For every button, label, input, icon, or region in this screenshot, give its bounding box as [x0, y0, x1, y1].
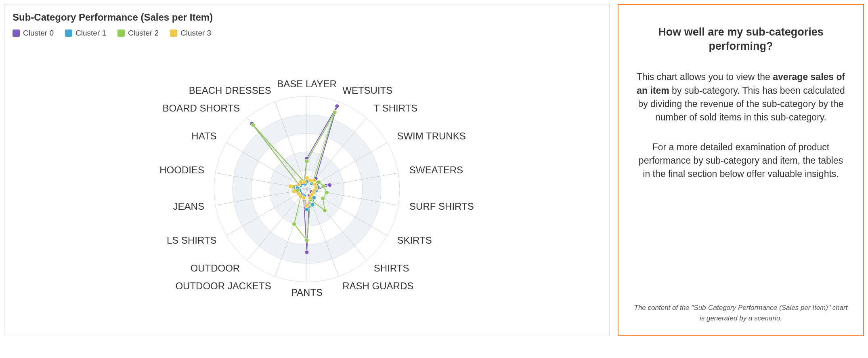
axis-label: HATS — [191, 131, 216, 141]
axis-label: SWEATERS — [409, 164, 463, 175]
legend-label: Cluster 1 — [75, 29, 106, 38]
legend-swatch — [13, 29, 20, 37]
axis-label: PANTS — [291, 287, 323, 298]
legend-label: Cluster 2 — [128, 29, 159, 38]
info-panel: How well are my sub-categories performin… — [618, 4, 864, 336]
axis-label: SKIRTS — [397, 235, 432, 246]
data-point[interactable] — [312, 179, 316, 183]
data-point[interactable] — [292, 190, 296, 194]
data-point[interactable] — [305, 250, 309, 254]
data-point[interactable] — [305, 159, 309, 163]
legend-swatch — [65, 29, 72, 37]
axis-label: RASH GUARDS — [342, 280, 413, 291]
data-point[interactable] — [328, 183, 332, 187]
axis-label: SWIM TRUNKS — [397, 131, 465, 141]
data-point[interactable] — [325, 191, 329, 195]
data-point[interactable] — [321, 184, 325, 188]
axis-label: JEANS — [173, 201, 204, 212]
axis-label: BOARD SHORTS — [163, 103, 240, 114]
legend-item-2[interactable]: Cluster 2 — [117, 29, 159, 38]
axis-label: T SHIRTS — [374, 103, 417, 114]
data-point[interactable] — [251, 123, 255, 127]
data-point[interactable] — [333, 110, 337, 114]
legend-label: Cluster 0 — [23, 29, 54, 38]
info-paragraph-1: This chart allows you to view the averag… — [634, 70, 848, 124]
chart-legend: Cluster 0Cluster 1Cluster 2Cluster 3 — [13, 29, 601, 38]
data-point[interactable] — [305, 208, 309, 212]
axis-label: WETSUITS — [342, 85, 392, 96]
axis-label: OUTDOOR — [190, 263, 240, 274]
data-point[interactable] — [308, 178, 312, 182]
axis-label: SURF SHIRTS — [409, 201, 474, 212]
chart-title: Sub-Category Performance (Sales per Item… — [13, 12, 601, 23]
axis-label: HOODIES — [159, 164, 204, 175]
data-point[interactable] — [321, 196, 325, 200]
legend-swatch — [117, 29, 125, 37]
info-paragraph-2: For a more detailed examination of produ… — [634, 141, 848, 181]
data-point[interactable] — [323, 208, 327, 213]
data-point[interactable] — [335, 104, 339, 108]
data-point[interactable] — [305, 204, 309, 208]
legend-label: Cluster 3 — [180, 29, 211, 38]
chart-area: BASE LAYERWETSUITST SHIRTSSWIM TRUNKSSWE… — [13, 42, 601, 329]
axis-label: LS SHIRTS — [167, 235, 217, 246]
axis-label: OUTDOOR JACKETS — [175, 280, 271, 291]
data-point[interactable] — [292, 222, 296, 226]
legend-swatch — [170, 29, 177, 37]
data-point[interactable] — [317, 180, 321, 184]
info-para1-prefix: This chart allows you to view the — [637, 72, 773, 82]
axis-label: BEACH DRESSES — [189, 85, 271, 96]
legend-item-3[interactable]: Cluster 3 — [170, 29, 211, 38]
axis-label: SHIRTS — [374, 263, 409, 274]
data-point[interactable] — [310, 203, 314, 207]
data-point[interactable] — [288, 184, 292, 188]
legend-item-1[interactable]: Cluster 1 — [65, 29, 106, 38]
info-para1-suffix: by sub-category. This has been calculate… — [638, 85, 845, 123]
axis-label: BASE LAYER — [277, 78, 337, 89]
info-title: How well are my sub-categories performin… — [634, 25, 848, 53]
chart-panel: Sub-Category Performance (Sales per Item… — [4, 4, 610, 336]
data-point[interactable] — [308, 196, 312, 200]
data-point[interactable] — [305, 238, 309, 242]
data-point[interactable] — [297, 192, 301, 196]
data-point[interactable] — [302, 180, 306, 184]
info-note: The content of the "Sub-Category Perform… — [634, 303, 848, 323]
legend-item-0[interactable]: Cluster 0 — [13, 29, 54, 38]
radar-chart[interactable]: BASE LAYERWETSUITST SHIRTSSWIM TRUNKSSWE… — [13, 42, 601, 329]
